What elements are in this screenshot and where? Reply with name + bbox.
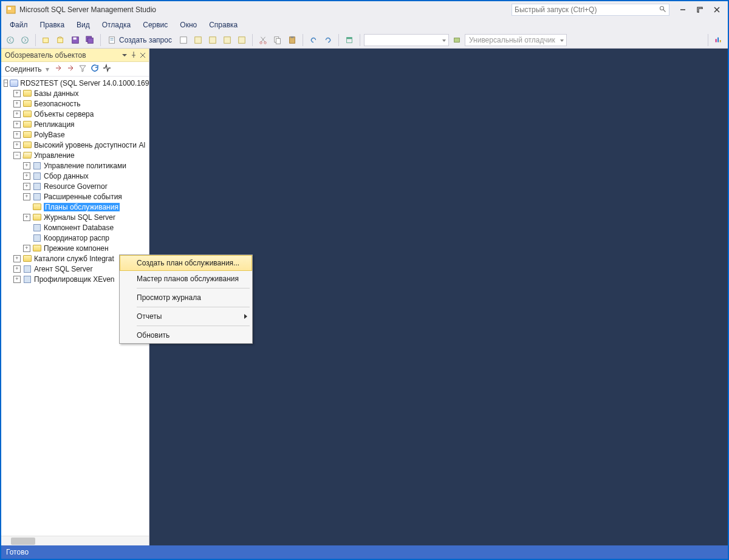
svg-rect-28 <box>276 38 280 44</box>
svg-point-9 <box>7 36 14 43</box>
tree-polybase[interactable]: +PolyBase <box>1 129 149 140</box>
nav-forward-button[interactable] <box>18 33 32 47</box>
tree-sql-logs[interactable]: +Журналы SQL Server <box>1 212 149 222</box>
menu-view[interactable]: Вид <box>70 19 96 30</box>
menu-file[interactable]: Файл <box>4 19 34 30</box>
cm-wizard[interactable]: Мастер планов обслуживания <box>120 271 252 287</box>
status-text: Готово <box>6 548 29 556</box>
svg-rect-32 <box>347 37 352 39</box>
svg-rect-16 <box>88 38 94 43</box>
dmx-query-button[interactable] <box>191 33 205 47</box>
mdx-query-button[interactable] <box>177 33 190 47</box>
tree-server-objects[interactable]: +Объекты сервера <box>1 109 149 119</box>
cut-button[interactable] <box>256 33 270 47</box>
svg-rect-22 <box>210 36 216 43</box>
app-icon <box>6 5 16 15</box>
tree-always-on[interactable]: +Высокий уровень доступности Al <box>1 140 149 150</box>
solution-config-combo[interactable] <box>364 34 449 46</box>
debugger-combo[interactable]: Универсальный отладчик <box>465 34 567 46</box>
svg-rect-34 <box>716 39 717 42</box>
panel-titlebar: Обозреватель объектов <box>1 49 149 62</box>
open-file-button[interactable] <box>54 33 67 47</box>
activity-icon[interactable] <box>103 64 111 74</box>
new-project-button[interactable] <box>39 33 53 47</box>
quick-launch[interactable] <box>512 4 669 16</box>
cm-separator <box>137 288 250 289</box>
filter-icon[interactable] <box>78 64 87 74</box>
context-menu: Создать план обслуживания... Мастер план… <box>119 254 253 344</box>
cm-create-plan[interactable]: Создать план обслуживания... <box>120 255 252 271</box>
close-button[interactable] <box>708 4 725 16</box>
cm-view-log[interactable]: Просмотр журнала <box>120 290 252 306</box>
tree-extended-events[interactable]: +Расширенные события <box>1 191 149 202</box>
tree-resource-governor[interactable]: +Resource Governor <box>1 181 149 191</box>
cm-separator <box>137 326 250 326</box>
save-button[interactable] <box>69 33 82 47</box>
dropdown-icon[interactable] <box>122 51 127 60</box>
svg-rect-1 <box>8 7 11 10</box>
connect-button[interactable]: Соединить <box>5 65 42 73</box>
tree-db-component[interactable]: Компонент Database <box>1 222 149 233</box>
nav-back-button[interactable] <box>4 33 17 47</box>
tree-policy-mgmt[interactable]: +Управление политиками <box>1 160 149 171</box>
svg-rect-23 <box>224 36 231 43</box>
xmla-query-button[interactable] <box>206 33 219 47</box>
stop-icon[interactable] <box>66 64 75 74</box>
cm-separator <box>137 307 250 307</box>
svg-rect-11 <box>43 38 49 43</box>
property-button[interactable] <box>343 33 356 47</box>
pin-icon[interactable] <box>131 51 137 60</box>
quick-launch-input[interactable] <box>515 5 659 14</box>
svg-rect-35 <box>717 37 719 42</box>
tree-databases[interactable]: +Базы данных <box>1 88 149 98</box>
tree-distrib-coordinator[interactable]: Координатор распр <box>1 233 149 243</box>
svg-rect-14 <box>74 37 77 39</box>
svg-rect-12 <box>58 38 63 43</box>
menu-edit[interactable]: Правка <box>34 19 71 30</box>
svg-point-10 <box>22 36 29 43</box>
close-panel-icon[interactable] <box>140 51 145 60</box>
tree-replication[interactable]: +Репликация <box>1 119 149 129</box>
search-icon <box>659 5 666 15</box>
refresh-icon[interactable] <box>91 64 99 74</box>
panel-hscrollbar[interactable] <box>1 536 149 545</box>
svg-rect-6 <box>699 9 703 13</box>
panel-title-label: Обозреватель объектов <box>5 51 86 60</box>
copy-button[interactable] <box>271 33 284 47</box>
save-all-button[interactable] <box>83 33 97 47</box>
svg-rect-20 <box>180 36 187 43</box>
paste-button[interactable] <box>286 33 299 47</box>
menu-window[interactable]: Окно <box>174 19 203 30</box>
disconnect-icon[interactable] <box>54 64 63 74</box>
titlebar: Microsoft SQL Server Management Studio <box>1 1 728 18</box>
main-toolbar: Создать запрос Универсальный отладчик <box>1 32 728 49</box>
debugger-icon[interactable] <box>450 33 464 47</box>
app-title: Microsoft SQL Server Management Studio <box>19 5 512 14</box>
menu-service[interactable]: Сервис <box>137 19 174 30</box>
maximize-button[interactable] <box>691 4 708 16</box>
undo-button[interactable] <box>307 33 320 47</box>
new-query-button[interactable]: Создать запрос <box>104 33 176 47</box>
analysis-query-button[interactable] <box>235 33 248 47</box>
svg-rect-21 <box>195 36 202 43</box>
tree-legacy[interactable]: +Прежние компонен <box>1 243 149 253</box>
svg-point-2 <box>660 6 664 10</box>
menu-help[interactable]: Справка <box>203 19 244 30</box>
svg-line-3 <box>663 9 666 12</box>
redo-button[interactable] <box>321 33 335 47</box>
menu-debug[interactable]: Отладка <box>96 19 137 30</box>
svg-rect-33 <box>454 38 460 42</box>
menubar: Файл Правка Вид Отладка Сервис Окно Спра… <box>1 18 728 32</box>
cm-reports[interactable]: Отчеты <box>120 309 252 324</box>
minimize-button[interactable] <box>674 4 691 16</box>
new-query-label: Создать запрос <box>119 36 172 44</box>
cm-refresh[interactable]: Обновить <box>120 327 252 343</box>
tree-security[interactable]: +Безопасность <box>1 98 149 109</box>
tree-management[interactable]: −Управление <box>1 150 149 160</box>
activity-button[interactable] <box>712 33 725 47</box>
tree-maintenance-plans[interactable]: Планы обслуживания <box>1 202 149 212</box>
tree-data-collection[interactable]: +Сбор данных <box>1 171 149 181</box>
svg-rect-36 <box>720 40 721 43</box>
tree-server-node[interactable]: −RDS2TEST (SQL Server 14.0.1000.169 - A <box>1 78 149 88</box>
dax-query-button[interactable] <box>221 33 234 47</box>
